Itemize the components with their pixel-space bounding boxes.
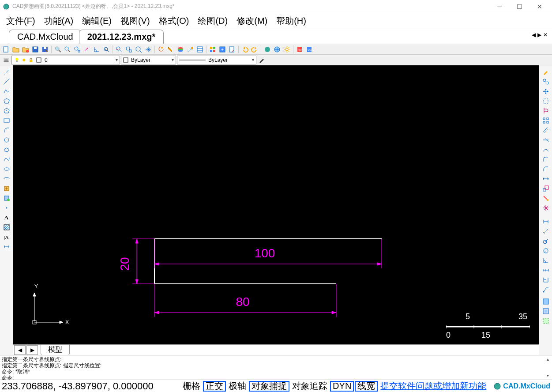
feedback-link[interactable]: 提交软件问题或增加新功能 — [379, 381, 488, 392]
hatch-icon[interactable] — [2, 222, 11, 232]
move-icon[interactable] — [541, 87, 551, 96]
settings-icon[interactable] — [282, 45, 291, 54]
polar-toggle[interactable]: 极轴 — [227, 381, 248, 392]
menu-draw[interactable]: 绘图(D) — [194, 13, 231, 29]
xline-icon[interactable] — [2, 77, 11, 86]
make-block-icon[interactable] — [2, 193, 11, 203]
leader-icon[interactable] — [541, 285, 551, 294]
polygon-icon[interactable] — [2, 96, 11, 106]
zoom-all-icon[interactable] — [124, 45, 133, 54]
redo-icon[interactable] — [250, 45, 259, 54]
layer-manager-icon[interactable] — [2, 56, 11, 64]
menu-file[interactable]: 文件(F) — [3, 13, 39, 29]
menu-format[interactable]: 格式(O) — [155, 13, 193, 29]
fillet-icon[interactable] — [541, 155, 551, 164]
doc-tab-current[interactable]: 2021.12.23.mxg* — [79, 30, 164, 44]
line-icon[interactable] — [2, 67, 11, 76]
pdf-icon[interactable]: PDF — [295, 45, 304, 54]
brush2-icon[interactable] — [541, 67, 551, 76]
trim-icon[interactable] — [541, 135, 551, 144]
angle-icon[interactable] — [92, 45, 101, 54]
undo-icon[interactable] — [240, 45, 249, 54]
ellipse-icon[interactable] — [2, 164, 11, 173]
color-select[interactable]: ByLayer ▾ — [121, 56, 176, 64]
insert-block-icon[interactable] — [2, 184, 11, 193]
realtime-zoom-icon[interactable]: ± — [102, 45, 111, 54]
open2-icon[interactable] — [21, 45, 30, 54]
dim-radius-icon[interactable] — [541, 236, 551, 245]
minimize-button[interactable]: ─ — [490, 0, 510, 13]
doc-tab-cloud[interactable]: CAD.MxCloud — [9, 30, 82, 44]
menu-edit[interactable]: 编辑(E) — [79, 13, 115, 29]
block-icon[interactable] — [208, 45, 217, 54]
properties-icon[interactable] — [195, 45, 204, 54]
offset-icon[interactable] — [541, 125, 551, 135]
array-icon[interactable] — [541, 116, 551, 125]
text-icon[interactable]: A — [2, 213, 11, 222]
dim-aligned-icon[interactable] — [541, 226, 551, 236]
polygon2-icon[interactable] — [2, 106, 11, 115]
cmd-scrollbar[interactable]: ▴▾ — [544, 356, 551, 379]
maximize-button[interactable]: ☐ — [510, 0, 529, 13]
save-icon[interactable] — [31, 45, 40, 54]
paint-icon[interactable] — [166, 45, 175, 54]
match-icon[interactable] — [186, 45, 195, 54]
drawing-canvas[interactable]: 100 80 20 — [13, 65, 539, 344]
lineweight-toggle[interactable]: 线宽 — [355, 381, 378, 392]
rotate-icon[interactable] — [541, 96, 551, 106]
osnap-toggle[interactable]: 对象捕捉 — [249, 381, 289, 392]
open-icon[interactable] — [11, 45, 20, 54]
menu-function[interactable]: 功能(A) — [41, 13, 77, 29]
model-next-button[interactable]: ▶ — [26, 345, 38, 355]
tab-next-icon[interactable]: ▶ — [537, 32, 541, 38]
layers-icon[interactable] — [176, 45, 185, 54]
chamfer-icon[interactable] — [541, 164, 551, 173]
new-icon[interactable] — [2, 45, 11, 54]
ortho-toggle[interactable]: 正交 — [203, 381, 226, 392]
insert-icon[interactable]: + — [218, 45, 227, 54]
tab-close-icon[interactable]: ✕ — [543, 32, 548, 38]
circle-icon[interactable] — [2, 135, 11, 144]
select-window-icon[interactable] — [541, 306, 551, 316]
rectangle-icon[interactable] — [2, 116, 11, 125]
dim-linear-icon[interactable] — [541, 217, 551, 226]
mirror-icon[interactable] — [541, 106, 551, 115]
zoom-extents-icon[interactable] — [73, 45, 82, 54]
dim-diameter-icon[interactable] — [541, 246, 551, 255]
extend-icon[interactable] — [541, 145, 551, 154]
polyline-icon[interactable] — [2, 87, 11, 96]
app-icon2[interactable] — [263, 45, 272, 54]
model-tab[interactable]: 模型 — [41, 344, 70, 355]
menu-view[interactable]: 视图(V) — [117, 13, 154, 29]
dim-baseline-icon[interactable] — [541, 275, 551, 284]
spline-icon[interactable] — [2, 155, 11, 164]
web-icon[interactable] — [273, 45, 282, 54]
close-button[interactable]: ✕ — [529, 0, 549, 13]
dim-angular-icon[interactable] — [541, 256, 551, 265]
revcloud-icon[interactable] — [2, 145, 11, 154]
ellipse-arc-icon[interactable] — [2, 174, 11, 183]
color-icon[interactable] — [157, 45, 165, 54]
menu-help[interactable]: 帮助(H) — [273, 13, 310, 29]
point-icon[interactable] — [2, 203, 11, 212]
pan-icon[interactable] — [144, 45, 153, 54]
select-cross-icon[interactable] — [541, 316, 551, 325]
cad-icon[interactable]: CAD — [305, 45, 314, 54]
brush-icon[interactable] — [257, 56, 266, 64]
dimension-icon[interactable] — [2, 242, 11, 251]
zoom-previous-icon[interactable] — [115, 45, 124, 54]
menu-modify[interactable]: 修改(M) — [233, 13, 271, 29]
dim-continue-icon[interactable] — [541, 265, 551, 275]
zoom-object-icon[interactable] — [134, 45, 143, 54]
command-area[interactable]: 指定第一条尺寸界线原点: 指定第二条尺寸界线原点: 指定尺寸线位置: 命令: *… — [0, 355, 552, 380]
grid-toggle[interactable]: 栅格 — [181, 381, 202, 392]
saveas-icon[interactable] — [41, 45, 49, 54]
arc-icon[interactable] — [2, 125, 11, 135]
zoom-icon[interactable] — [63, 45, 72, 54]
mtext-icon[interactable]: |A — [2, 232, 11, 241]
copy-icon[interactable] — [541, 77, 551, 86]
paint2-icon[interactable] — [541, 193, 551, 203]
measure-icon[interactable] — [83, 45, 91, 54]
scale-icon[interactable] — [541, 184, 551, 193]
layer-select[interactable]: 0 ▾ — [11, 56, 120, 64]
